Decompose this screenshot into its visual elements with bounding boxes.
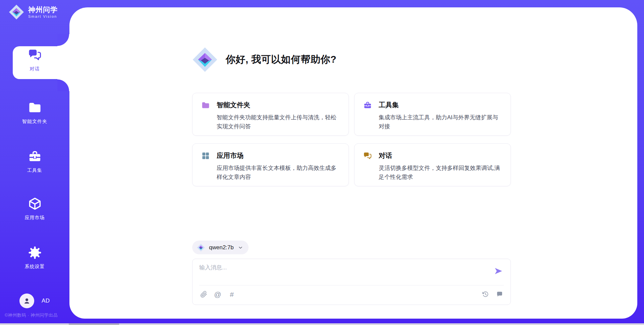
chat-bubble-icon (496, 291, 503, 298)
card-title: 应用市场 (217, 151, 244, 160)
sidebar-item-label: 对话 (0, 66, 69, 72)
sidebar-item-chat[interactable]: 对话 (0, 48, 69, 72)
message-composer: @ # (192, 259, 511, 305)
history-button[interactable] (481, 290, 490, 299)
brand-diamond-logo-icon (9, 4, 24, 20)
greeting: 你好, 我可以如何帮助你? (192, 47, 336, 72)
composer-divider (199, 285, 504, 285)
card-description: 灵活切换多模型文件，支持多样回复效果调试,满足个性化需求 (379, 164, 502, 182)
sidebar: 神州问学 Smart Vision 对话 智能文件夹 工具集 应用市场 系统设置 (0, 0, 69, 325)
mention-button[interactable]: @ (213, 290, 222, 299)
card-description: 集成市场上主流工具，助力AI与外界无缝扩展与对接 (379, 113, 502, 131)
greeting-text: 你好, 我可以如何帮助你? (226, 53, 336, 66)
card-app-market[interactable]: 应用市场 应用市场提供丰富长文本模板，助力高效生成多样化文章内容 (192, 143, 349, 186)
model-name: qwen2:7b (209, 244, 234, 251)
avatar (19, 294, 34, 308)
card-title: 智能文件夹 (217, 101, 250, 110)
card-smart-folder[interactable]: 智能文件夹 智能文件夹功能支持批量文件上传与清洗，轻松实现文件问答 (192, 93, 349, 136)
message-input[interactable] (199, 264, 481, 282)
brand: 神州问学 Smart Vision (9, 4, 58, 20)
main-panel: 你好, 我可以如何帮助你? 智能文件夹 智能文件夹功能支持批量文件上传与清洗，轻… (69, 7, 637, 319)
brand-subtitle: Smart Vision (28, 14, 58, 18)
user-account[interactable]: AD (19, 294, 50, 308)
card-title: 对话 (379, 151, 392, 160)
sidebar-item-toolset[interactable]: 工具集 (0, 149, 69, 174)
briefcase-icon (363, 101, 372, 110)
brand-name: 神州问学 (28, 6, 58, 13)
chat-icon (363, 151, 372, 160)
card-description: 智能文件夹功能支持批量文件上传与清洗，轻松实现文件问答 (217, 113, 340, 131)
user-name: AD (42, 298, 50, 304)
attachment-button[interactable] (199, 290, 208, 299)
paperclip-icon (200, 291, 207, 298)
sidebar-item-app-market[interactable]: 应用市场 (0, 197, 69, 221)
scrollbar-thumb[interactable] (69, 323, 119, 325)
briefcase-icon (28, 149, 42, 164)
gear-icon (28, 246, 42, 260)
send-icon (494, 266, 503, 276)
sidebar-item-smart-folder[interactable]: 智能文件夹 (0, 101, 69, 125)
copyright-text: ©神州数码 · 神州问学出品 (5, 312, 58, 318)
card-title: 工具集 (379, 101, 399, 110)
topic-button[interactable]: # (227, 290, 236, 299)
sidebar-item-label: 应用市场 (0, 215, 69, 221)
feature-cards: 智能文件夹 智能文件夹功能支持批量文件上传与清洗，轻松实现文件问答 工具集 集成… (192, 93, 511, 186)
grid-icon (201, 151, 210, 160)
new-chat-button[interactable] (495, 290, 504, 299)
sidebar-item-settings[interactable]: 系统设置 (0, 246, 69, 270)
greeting-diamond-logo-icon (192, 47, 218, 72)
hash-icon: # (230, 291, 234, 298)
at-icon: @ (214, 291, 221, 298)
send-button[interactable] (494, 266, 503, 276)
sidebar-item-label: 系统设置 (0, 264, 69, 270)
horizontal-scrollbar[interactable] (0, 323, 644, 325)
sidebar-item-label: 智能文件夹 (0, 119, 69, 125)
history-icon (482, 291, 489, 298)
chevron-down-icon (238, 245, 243, 250)
model-selector[interactable]: qwen2:7b (192, 241, 249, 254)
sidebar-item-label: 工具集 (0, 168, 69, 174)
person-icon (22, 297, 31, 305)
chat-icon (28, 48, 42, 62)
diamond-logo-icon (197, 244, 205, 252)
folder-icon (201, 101, 210, 110)
card-chat[interactable]: 对话 灵活切换多模型文件，支持多样回复效果调试,满足个性化需求 (354, 143, 511, 186)
cube-icon (28, 197, 42, 211)
folder-icon (28, 101, 42, 115)
card-toolset[interactable]: 工具集 集成市场上主流工具，助力AI与外界无缝扩展与对接 (354, 93, 511, 136)
card-description: 应用市场提供丰富长文本模板，助力高效生成多样化文章内容 (217, 164, 340, 182)
